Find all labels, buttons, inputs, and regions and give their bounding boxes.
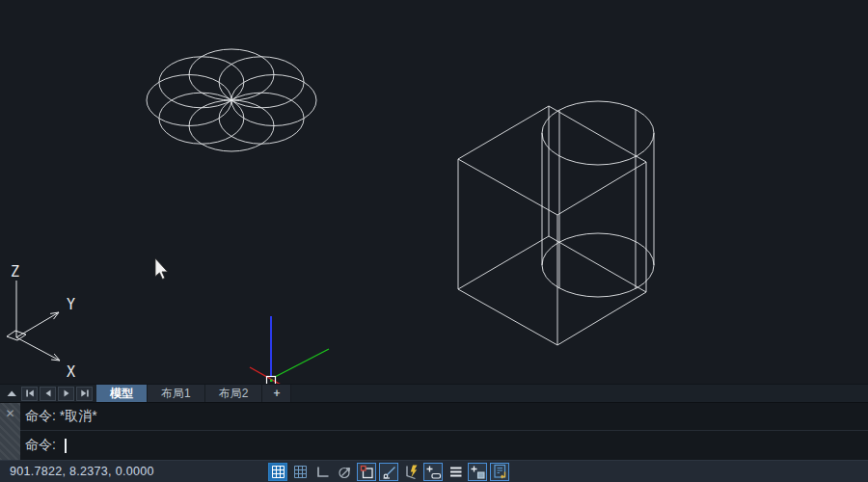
object-snap-tracking-toggle[interactable] xyxy=(379,463,398,481)
drawing-viewport[interactable]: ZYX xyxy=(0,0,868,384)
first-tab-button[interactable] xyxy=(21,387,38,401)
command-prompt[interactable]: 命令: xyxy=(20,431,868,460)
prev-tab-button[interactable] xyxy=(40,387,56,401)
model-space-canvas[interactable]: ZYX xyxy=(0,0,868,384)
show-lineweight-toggle[interactable] xyxy=(423,463,443,481)
command-panel-grip[interactable]: ✕ xyxy=(0,403,20,460)
quick-properties-icon xyxy=(470,464,486,480)
status-bar: 901.7822, 8.2373, 0.0000 xyxy=(0,460,868,482)
tab-layout2[interactable]: 布局2 xyxy=(205,385,263,402)
svg-text:Z: Z xyxy=(11,263,19,281)
cylinder-wireframe[interactable] xyxy=(542,101,654,297)
ortho-mode-toggle[interactable] xyxy=(312,463,332,481)
quick-properties-toggle[interactable] xyxy=(468,463,487,481)
last-tab-button[interactable] xyxy=(76,387,93,401)
tab-model[interactable]: 模型 xyxy=(96,385,148,402)
layout-tabs: 模型布局1布局2+ xyxy=(96,385,291,402)
dynamic-input-toggle[interactable] xyxy=(401,463,420,481)
prev-arrow-icon xyxy=(42,388,54,399)
mouse-cursor xyxy=(155,258,168,280)
command-prompt-text: 命令: xyxy=(25,437,56,454)
object-snap-tracking-icon xyxy=(381,464,397,480)
cad-application: ZYX 模型布局1布局2+ ✕ 命令: *取消* 命令: 901.7822, 8… xyxy=(0,0,868,482)
grid-display-toggle[interactable] xyxy=(290,463,310,481)
polar-tracking-toggle[interactable] xyxy=(335,463,354,481)
last-arrow-icon xyxy=(79,388,91,399)
annotation-scale-icon xyxy=(492,464,508,480)
isolate-objects-icon xyxy=(448,464,464,480)
object-snap-icon xyxy=(359,464,375,480)
command-rows: 命令: *取消* 命令: xyxy=(20,403,868,460)
box-wireframe[interactable] xyxy=(458,106,646,345)
model-up-button[interactable] xyxy=(3,387,19,401)
flower-pattern[interactable] xyxy=(147,49,316,151)
ortho-mode-icon xyxy=(314,464,331,480)
text-caret xyxy=(65,439,67,453)
svg-text:Y: Y xyxy=(67,296,75,313)
object-snap-toggle[interactable] xyxy=(357,463,376,481)
ucs-origin-tripod xyxy=(250,316,329,384)
layout-tab-bar: 模型布局1布局2+ xyxy=(0,384,868,402)
command-history-line: 命令: *取消* xyxy=(20,403,868,431)
command-history-text: 命令: *取消* xyxy=(25,408,97,425)
next-arrow-icon xyxy=(61,388,72,399)
grid-display-icon xyxy=(292,464,309,480)
svg-text:X: X xyxy=(67,363,75,381)
show-lineweight-icon xyxy=(425,464,442,480)
polar-tracking-icon xyxy=(337,464,353,480)
annotation-scale-toggle[interactable] xyxy=(490,463,509,481)
tab-layout1[interactable]: 布局1 xyxy=(148,385,205,402)
close-icon[interactable]: ✕ xyxy=(0,408,20,419)
tab-navigation xyxy=(0,385,94,402)
coordinates-readout[interactable]: 901.7822, 8.2373, 0.0000 xyxy=(0,465,268,478)
ucs-icon: ZYX xyxy=(7,263,75,381)
command-line-panel: ✕ 命令: *取消* 命令: xyxy=(0,402,868,460)
up-arrow-icon xyxy=(6,388,17,399)
next-tab-button[interactable] xyxy=(58,387,74,401)
tab-new[interactable]: + xyxy=(262,385,291,402)
isolate-objects-toggle[interactable] xyxy=(446,463,465,481)
snap-mode-icon xyxy=(270,464,286,480)
status-toggles xyxy=(268,463,509,481)
dynamic-input-icon xyxy=(403,464,420,480)
snap-mode-toggle[interactable] xyxy=(268,463,287,481)
first-arrow-icon xyxy=(24,388,36,399)
